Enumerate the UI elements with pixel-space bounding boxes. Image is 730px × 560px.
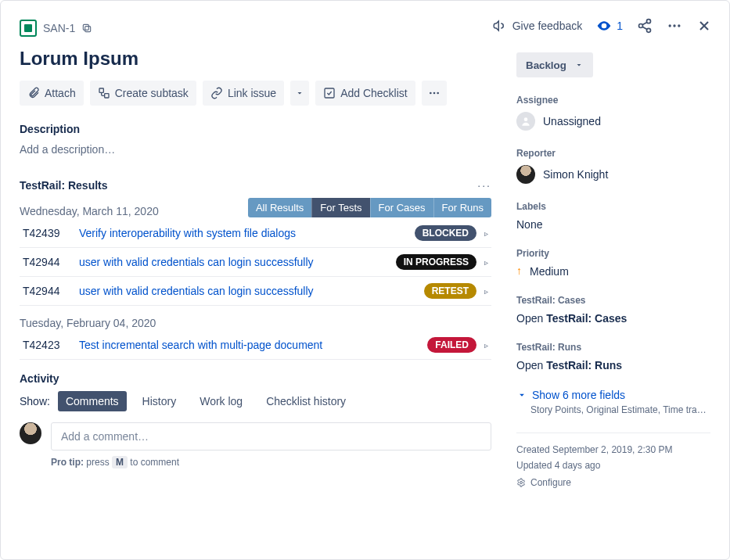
create-subtask-button[interactable]: Create subtask xyxy=(90,81,196,106)
unassigned-avatar-icon xyxy=(516,112,535,131)
status-dropdown[interactable]: Backlog xyxy=(516,52,593,77)
activity-show-label: Show: xyxy=(20,395,50,407)
tab-for-cases[interactable]: For Cases xyxy=(370,198,433,217)
priority-label: Priority xyxy=(516,248,710,259)
add-checklist-button[interactable]: Add Checklist xyxy=(315,81,415,106)
svg-rect-0 xyxy=(85,27,91,32)
expand-row-icon[interactable]: ▹ xyxy=(476,287,488,296)
priority-medium-icon: ↑ xyxy=(516,264,522,277)
expand-row-icon[interactable]: ▹ xyxy=(476,229,488,238)
configure-link[interactable]: Configure xyxy=(516,477,710,488)
svg-rect-4 xyxy=(325,88,334,98)
comment-protip: Pro tip: press M to comment xyxy=(51,457,491,468)
expand-row-icon[interactable]: ▹ xyxy=(476,258,488,267)
svg-point-14 xyxy=(669,24,671,27)
assignee-label: Assignee xyxy=(516,95,710,106)
result-row: T42944user with valid credentials can lo… xyxy=(20,277,491,306)
activity-tab-comments[interactable]: Comments xyxy=(58,391,127,411)
description-label: Description xyxy=(20,123,491,135)
svg-point-9 xyxy=(520,482,523,484)
svg-point-11 xyxy=(647,20,651,23)
description-placeholder[interactable]: Add a description… xyxy=(20,143,491,156)
tab-for-runs[interactable]: For Runs xyxy=(433,198,491,217)
toolbar-more-button[interactable] xyxy=(422,81,447,106)
test-name-link[interactable]: user with valid credentials can login su… xyxy=(76,277,390,306)
project-icon[interactable] xyxy=(20,20,37,37)
svg-point-5 xyxy=(430,92,432,95)
attach-button[interactable]: Attach xyxy=(20,81,84,106)
chevron-down-icon xyxy=(295,88,304,98)
eye-icon xyxy=(596,18,612,34)
test-name-link[interactable]: Test incremental search with multi-page … xyxy=(76,331,390,360)
activity-tab-checklist-history[interactable]: Checklist history xyxy=(258,391,354,411)
svg-rect-2 xyxy=(99,88,103,92)
close-button[interactable] xyxy=(696,18,712,34)
svg-point-12 xyxy=(639,24,643,28)
updated-meta: Updated 4 days ago xyxy=(516,460,710,471)
expand-row-icon[interactable]: ▹ xyxy=(476,341,488,350)
reporter-field[interactable]: Simon Knight xyxy=(516,165,710,184)
open-testrail-runs[interactable]: Open TestRail: Runs xyxy=(516,359,710,372)
copy-link-icon[interactable] xyxy=(81,23,92,34)
activity-title: Activity xyxy=(20,372,491,385)
more-fields-preview: Story Points, Original Estimate, Time tr… xyxy=(530,404,710,415)
reporter-avatar xyxy=(516,165,535,184)
svg-point-15 xyxy=(673,24,675,27)
test-id: T42944 xyxy=(20,277,76,306)
add-comment-input[interactable]: Add a comment… xyxy=(51,422,491,451)
result-date-1: Tuesday, February 04, 2020 xyxy=(20,317,491,329)
chevron-down-icon xyxy=(574,60,584,70)
open-testrail-cases[interactable]: Open TestRail: Cases xyxy=(516,312,710,325)
test-name-link[interactable]: user with valid credentials can login su… xyxy=(76,248,390,277)
status-pill: BLOCKED xyxy=(415,225,476,241)
results-table-2: T42423Test incremental search with multi… xyxy=(20,331,491,360)
result-date-0: Wednesday, March 11, 2020 xyxy=(20,205,159,217)
current-user-avatar xyxy=(20,422,41,444)
result-row: T42439Verify interoperability with syste… xyxy=(20,219,491,248)
paperclip-icon xyxy=(27,87,40,99)
link-issue-dropdown[interactable] xyxy=(290,81,309,106)
testrail-cases-label: TestRail: Cases xyxy=(516,295,710,306)
result-filter-tabs: All Results For Tests For Cases For Runs xyxy=(248,198,491,217)
checkbox-icon xyxy=(323,87,336,99)
assignee-field[interactable]: Unassigned xyxy=(516,112,710,131)
test-name-link[interactable]: Verify interoperability with system file… xyxy=(76,219,390,248)
result-row: T42423Test incremental search with multi… xyxy=(20,331,491,360)
activity-tab-history[interactable]: History xyxy=(135,391,185,411)
result-row: T42944user with valid credentials can lo… xyxy=(20,248,491,277)
issue-key[interactable]: SAN-1 xyxy=(43,22,75,34)
testrail-panel-more[interactable]: ··· xyxy=(477,179,491,192)
status-pill: RETEST xyxy=(424,283,476,299)
subtask-icon xyxy=(98,87,110,99)
svg-rect-1 xyxy=(84,24,89,30)
share-button[interactable] xyxy=(637,18,653,34)
svg-point-10 xyxy=(603,24,606,27)
actions-more-button[interactable] xyxy=(667,18,682,34)
priority-field[interactable]: ↑ Medium xyxy=(516,265,710,278)
svg-point-16 xyxy=(678,24,680,27)
svg-point-6 xyxy=(433,92,435,95)
chevron-down-icon xyxy=(516,389,527,400)
issue-title[interactable]: Lorum Ipsum xyxy=(20,48,491,70)
toolbar: Attach Create subtask Link issue Add Che… xyxy=(20,81,491,106)
reporter-label: Reporter xyxy=(516,148,710,159)
svg-rect-3 xyxy=(104,94,108,98)
megaphone-icon xyxy=(492,19,506,33)
created-meta: Created September 2, 2019, 2:30 PM xyxy=(516,444,710,455)
test-id: T42423 xyxy=(20,331,76,360)
breadcrumb: SAN-1 xyxy=(20,20,491,37)
watchers-button[interactable]: 1 xyxy=(596,18,623,34)
status-pill: IN PROGRESS xyxy=(396,254,476,270)
show-more-fields[interactable]: Show 6 more fields xyxy=(516,389,710,401)
link-issue-button[interactable]: Link issue xyxy=(203,81,284,106)
give-feedback-button[interactable]: Give feedback xyxy=(492,19,583,33)
link-icon xyxy=(210,87,223,99)
activity-tab-worklog[interactable]: Work log xyxy=(192,391,250,411)
test-id: T42439 xyxy=(20,219,76,248)
testrail-runs-label: TestRail: Runs xyxy=(516,342,710,353)
labels-label: Labels xyxy=(516,201,710,212)
status-pill: FAILED xyxy=(427,337,476,353)
labels-field[interactable]: None xyxy=(516,218,710,231)
tab-all-results[interactable]: All Results xyxy=(248,198,311,217)
tab-for-tests[interactable]: For Tests xyxy=(311,198,369,217)
